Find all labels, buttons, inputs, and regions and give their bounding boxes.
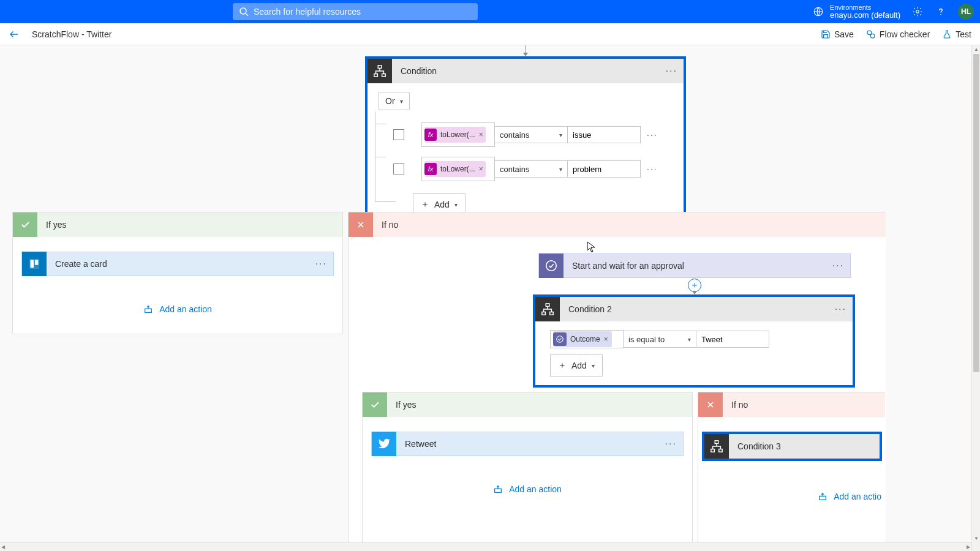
approval-icon <box>539 253 564 278</box>
condition-menu[interactable]: ··· <box>666 68 677 74</box>
branch-header-no: If no <box>349 212 886 237</box>
branch-header-yes: If yes <box>13 212 342 237</box>
flow-canvas[interactable]: Condition ··· Or ▾ fx toLower(... <box>0 45 980 551</box>
if-yes-branch-inner: If yes Retweet ··· Add an action <box>362 392 693 544</box>
chevron-down-icon: ▾ <box>454 201 458 208</box>
settings-icon[interactable] <box>911 6 924 18</box>
add-action-icon <box>818 492 827 501</box>
condition2-title: Condition 2 <box>568 304 835 314</box>
condition2-header[interactable]: Condition 2 ··· <box>535 297 853 321</box>
value-input[interactable] <box>567 160 641 178</box>
outcome-pill[interactable]: Outcome × <box>553 331 612 347</box>
value-input[interactable] <box>567 126 641 143</box>
operator-dropdown[interactable]: contains ▾ <box>494 160 568 178</box>
plus-icon: ＋ <box>558 360 567 371</box>
save-button[interactable]: Save <box>821 29 854 39</box>
svg-rect-26 <box>820 496 826 500</box>
search-input[interactable] <box>254 7 472 17</box>
svg-rect-19 <box>542 312 546 315</box>
action-menu[interactable]: ··· <box>665 441 677 447</box>
operator-dropdown[interactable]: is equal to ▾ <box>623 331 696 348</box>
top-bar: Environments enayu.com (default) HL <box>0 0 980 23</box>
action-create-card[interactable]: Create a card ··· <box>21 252 334 276</box>
logic-dropdown[interactable]: Or ▾ <box>379 92 410 110</box>
svg-rect-22 <box>495 489 502 492</box>
environment-icon <box>813 6 824 17</box>
operator-dropdown[interactable]: contains ▾ <box>494 126 568 143</box>
environment-label: Environments <box>830 4 900 11</box>
expression-pill[interactable]: fx toLower(... × <box>424 127 486 143</box>
row-checkbox[interactable] <box>393 163 404 174</box>
horizontal-scrollbar[interactable]: ◀ ▶ <box>0 542 971 551</box>
remove-pill[interactable]: × <box>479 165 483 173</box>
condition-title: Condition <box>401 66 666 76</box>
row-checkbox[interactable] <box>393 129 404 140</box>
action-menu[interactable]: ··· <box>832 263 844 269</box>
value-picker[interactable]: Outcome × <box>550 330 624 348</box>
if-yes-branch: If yes Create a card ··· Add an action <box>12 212 343 334</box>
remove-pill[interactable]: × <box>604 335 608 343</box>
row-menu[interactable]: ··· <box>647 130 658 140</box>
value-picker[interactable]: fx toLower(... × <box>421 157 495 181</box>
branch-header-yes: If yes <box>363 392 692 417</box>
condition-row: fx toLower(... × contains ▾ ··· <box>393 122 673 147</box>
close-icon <box>698 392 723 417</box>
remove-pill[interactable]: × <box>479 130 483 139</box>
chevron-down-icon: ▾ <box>559 166 562 173</box>
scroll-up-icon[interactable]: ▲ <box>974 47 979 52</box>
environment-name: enayu.com (default) <box>830 11 900 20</box>
condition-header[interactable]: Condition ··· <box>368 59 684 83</box>
svg-rect-11 <box>382 74 386 77</box>
condition2-menu[interactable]: ··· <box>835 306 846 312</box>
svg-point-4 <box>940 14 941 15</box>
row-menu[interactable]: ··· <box>647 164 658 174</box>
test-button[interactable]: Test <box>942 29 971 39</box>
condition2-card: Condition 2 ··· Outcome × <box>533 294 855 388</box>
chevron-down-icon: ▾ <box>400 98 403 105</box>
search-icon <box>239 7 249 17</box>
action-approval[interactable]: Start and wait for an approval ··· <box>538 253 851 278</box>
avatar[interactable]: HL <box>958 4 974 20</box>
flow-checker-button[interactable]: Flow checker <box>866 29 930 39</box>
expression-pill[interactable]: fx toLower(... × <box>424 161 486 177</box>
action-menu[interactable]: ··· <box>315 261 327 267</box>
add-row-button[interactable]: ＋ Add ▾ <box>550 354 603 377</box>
add-action-icon <box>143 304 153 314</box>
svg-rect-13 <box>31 260 34 268</box>
add-action-button[interactable]: Add an actio <box>702 492 881 501</box>
svg-rect-24 <box>711 449 715 452</box>
svg-rect-15 <box>145 309 152 312</box>
insert-step-button[interactable]: ＋ <box>688 279 701 292</box>
svg-point-21 <box>557 336 564 343</box>
add-action-button[interactable]: Add an action <box>371 484 684 494</box>
add-action-button[interactable]: Add an action <box>21 304 334 314</box>
back-button[interactable] <box>9 29 20 40</box>
svg-rect-20 <box>550 312 554 315</box>
condition-icon <box>704 434 729 459</box>
vertical-scrollbar[interactable]: ▲ ▼ <box>971 45 980 551</box>
help-icon[interactable] <box>935 6 947 18</box>
condition-card: Condition ··· Or ▾ fx toLower(... <box>365 56 686 227</box>
svg-point-5 <box>867 31 872 35</box>
svg-rect-23 <box>715 441 718 444</box>
check-icon <box>13 212 37 237</box>
value-picker[interactable]: fx toLower(... × <box>421 122 495 147</box>
scroll-left-icon[interactable]: ◀ <box>1 544 5 550</box>
save-icon <box>821 29 831 39</box>
environment-picker[interactable]: Environments enayu.com (default) <box>813 4 900 20</box>
action-retweet[interactable]: Retweet ··· <box>371 432 684 456</box>
search-box[interactable] <box>233 3 478 20</box>
check-icon <box>363 392 387 417</box>
scroll-down-icon[interactable]: ▼ <box>974 536 979 541</box>
flow-checker-icon <box>866 29 876 39</box>
condition-icon <box>535 297 560 321</box>
condition3-header[interactable]: Condition 3 <box>704 434 880 459</box>
scrollbar-thumb[interactable] <box>973 54 979 372</box>
scroll-right-icon[interactable]: ▶ <box>967 544 970 550</box>
chevron-down-icon: ▾ <box>688 336 691 343</box>
condition3-card[interactable]: Condition 3 <box>702 432 882 461</box>
value-input[interactable] <box>696 331 769 348</box>
svg-point-16 <box>546 261 557 271</box>
fx-icon: fx <box>424 129 437 141</box>
svg-rect-10 <box>374 74 378 77</box>
